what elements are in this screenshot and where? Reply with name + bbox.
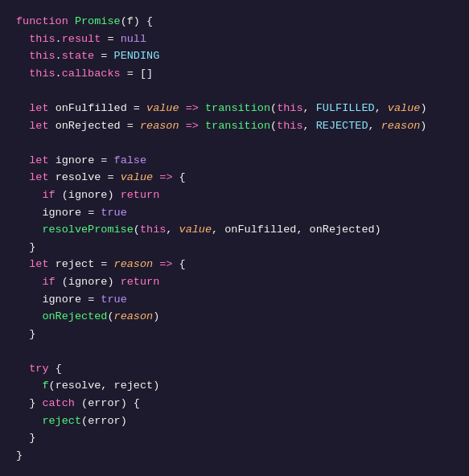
line-4: this.callbacks = [] xyxy=(16,65,453,83)
line-23: } catch (error) { xyxy=(16,395,453,412)
line-2: this.result = null xyxy=(16,31,453,48)
line-10: let resolve = value => { xyxy=(16,169,453,187)
line-9: let ignore = false xyxy=(16,152,453,170)
line-11: if (ignore) return xyxy=(16,187,453,204)
line-21: try { xyxy=(16,360,453,378)
line-16: if (ignore) return xyxy=(16,273,453,291)
line-19: } xyxy=(16,326,453,343)
line-26: } xyxy=(16,447,453,465)
line-15: let reject = reason => { xyxy=(16,256,453,273)
line-25: } xyxy=(16,429,453,447)
line-8 xyxy=(16,134,453,152)
line-18: onRejected(reason) xyxy=(16,308,453,326)
line-13: resolvePromise(this, value, onFulfilled,… xyxy=(16,221,453,239)
line-5 xyxy=(16,82,453,100)
line-1: function Promise(f) { xyxy=(16,13,453,31)
line-24: reject(error) xyxy=(16,412,453,430)
line-20 xyxy=(16,343,453,360)
line-22: f(resolve, reject) xyxy=(16,377,453,395)
line-17: ignore = true xyxy=(16,291,453,309)
line-3: this.state = PENDING xyxy=(16,47,453,65)
line-14: } xyxy=(16,239,453,256)
line-7: let onRejected = reason => transition(th… xyxy=(16,117,453,135)
code-container: function Promise(f) { this.result = null… xyxy=(0,0,469,476)
line-12: ignore = true xyxy=(16,204,453,222)
line-6: let onFulfilled = value => transition(th… xyxy=(16,100,453,117)
